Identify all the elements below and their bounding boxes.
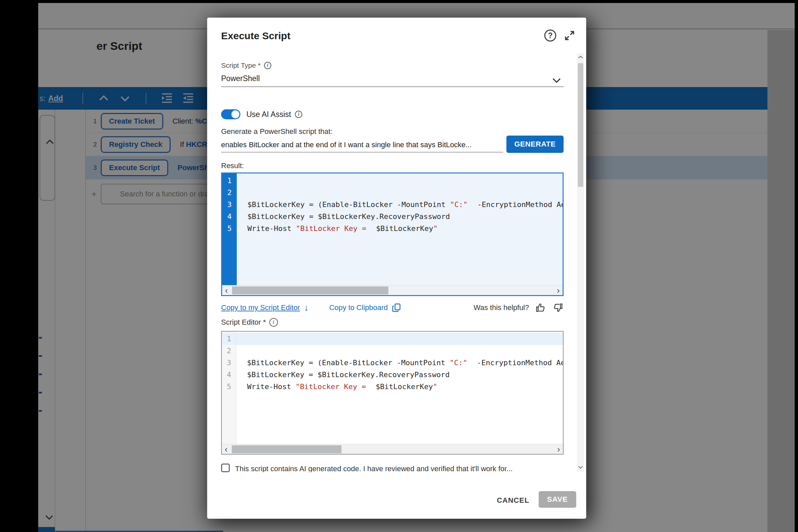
thumb-down-icon[interactable] (552, 302, 563, 314)
copy-icon[interactable] (392, 303, 402, 313)
help-icon[interactable]: ? (544, 30, 556, 41)
script-type-label: Script Type * i (221, 61, 271, 70)
ai-prompt-input[interactable] (221, 138, 503, 153)
line-number-gutter: 12345 (222, 173, 237, 285)
horizontal-scrollbar[interactable]: ‹ › (222, 285, 562, 295)
helpful-question: Was this helpful? (474, 303, 529, 312)
info-icon[interactable]: i (264, 62, 271, 69)
result-code-editor[interactable]: 12345 $BitLockerKey = (Enable-BitLocker … (221, 172, 563, 296)
thumb-up-icon[interactable] (535, 302, 546, 314)
expand-icon[interactable] (563, 30, 576, 41)
scroll-right-arrow[interactable]: › (554, 444, 563, 454)
info-icon[interactable]: i (269, 318, 278, 327)
scrollbar-thumb[interactable] (232, 286, 388, 294)
modal-vertical-scrollbar[interactable] (577, 53, 584, 472)
save-button[interactable]: SAVE (539, 491, 576, 508)
copy-to-script-editor-link[interactable]: Copy to my Script Editor (221, 303, 300, 312)
generate-label: Generate a PowerShell script that: (221, 127, 333, 136)
ai-assist-label: Use AI Assist (246, 110, 291, 119)
code-content[interactable]: $BitLockerKey = (Enable-BitLocker -Mount… (237, 173, 562, 285)
ai-disclaimer-text: This script contains AI generated code. … (235, 463, 513, 472)
code-content[interactable]: $BitLockerKey = (Enable-BitLocker -Mount… (236, 331, 563, 444)
scroll-left-arrow[interactable]: ‹ (222, 444, 230, 454)
line-number-gutter: 12345 (222, 331, 236, 444)
result-actions-row: Copy to my Script Editor ↓ Copy to Clipb… (221, 301, 563, 315)
script-editor[interactable]: 12345 $BitLockerKey = (Enable-BitLocker … (221, 331, 563, 455)
scrollbar-thumb[interactable] (578, 63, 583, 187)
ai-assist-row: Use AI Assist i (221, 109, 302, 119)
execute-script-dialog: Execute Script ? Script Type * i PowerSh… (207, 18, 586, 519)
script-type-select[interactable]: PowerShell (221, 74, 260, 83)
toggle-knob (231, 110, 239, 118)
generate-button[interactable]: GENERATE (506, 136, 563, 153)
dialog-title: Execute Script (221, 30, 290, 41)
ai-disclaimer-checkbox[interactable] (221, 463, 230, 472)
ai-assist-toggle[interactable] (221, 109, 240, 119)
cancel-button[interactable]: CANCEL (493, 492, 533, 509)
horizontal-scrollbar[interactable]: ‹ › (222, 444, 563, 454)
ai-disclaimer-row: This script contains AI generated code. … (221, 463, 574, 472)
chevron-down-icon[interactable] (551, 76, 562, 85)
scroll-up-arrow[interactable] (577, 54, 584, 60)
select-underline (221, 87, 563, 87)
scroll-down-arrow[interactable] (577, 464, 584, 470)
copy-to-clipboard-link[interactable]: Copy to Clipboard (329, 303, 388, 312)
info-icon[interactable]: i (295, 111, 302, 118)
result-label: Result: (221, 162, 244, 170)
download-arrow-icon: ↓ (304, 302, 309, 313)
script-editor-label: Script Editor * i (221, 318, 278, 327)
scroll-right-arrow[interactable]: › (554, 286, 562, 295)
scroll-left-arrow[interactable]: ‹ (222, 286, 231, 295)
scrollbar-thumb[interactable] (232, 445, 341, 453)
